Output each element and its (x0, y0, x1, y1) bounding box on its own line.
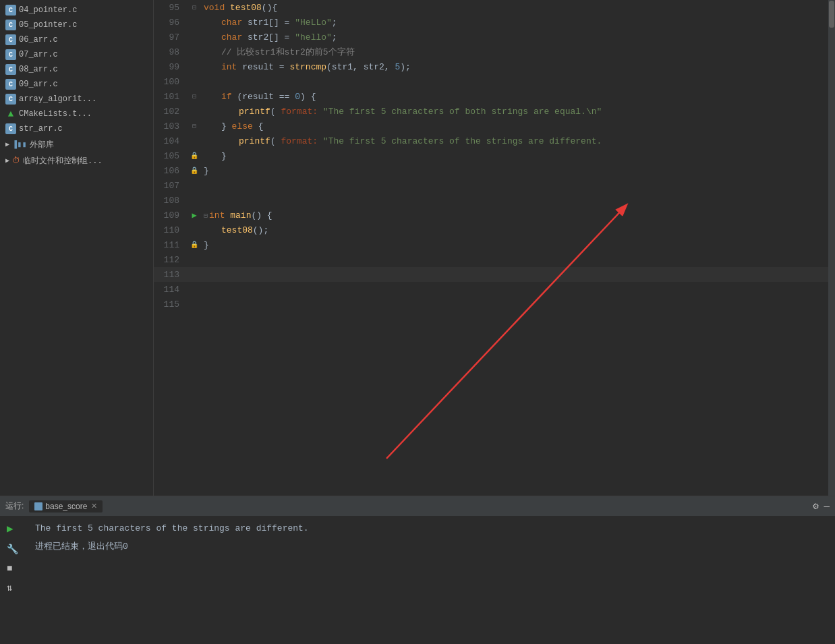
lock-icon: 🔒 (190, 152, 198, 160)
line-code (201, 297, 828, 312)
table-row: 103 ⊟ } else { (154, 119, 828, 134)
line-code: printf( format: "The first 5 characters … (201, 134, 828, 148)
line-gutter (188, 297, 201, 312)
code-content: 95 ⊟ void test08(){ 96 char str1[] = "He… (154, 0, 828, 496)
sidebar-item-06-arr[interactable]: C 06_arr.c (0, 32, 153, 47)
line-gutter (188, 15, 201, 30)
line-number: 108 (154, 193, 188, 208)
editor-area: 95 ⊟ void test08(){ 96 char str1[] = "He… (154, 0, 828, 496)
sidebar-item-cmake[interactable]: ▲ CMakeLists.t... (0, 107, 153, 121)
line-code: test08(); (201, 223, 828, 237)
line-number: 95 (154, 0, 188, 15)
c-file-icon: C (5, 79, 16, 90)
vertical-scrollbar[interactable] (828, 0, 835, 496)
sidebar-item-label: array_algorit... (19, 94, 96, 104)
close-tab-button[interactable]: ✕ (91, 502, 97, 510)
line-code: void test08(){ (201, 0, 828, 15)
line-code (201, 252, 828, 267)
panel-run-label: 运行: (5, 500, 24, 512)
table-row: 101 ⊟ if (result == 0) { (154, 89, 828, 104)
sidebar-item-09-arr[interactable]: C 09_arr.c (0, 77, 153, 92)
line-number: 113 (154, 267, 188, 282)
sidebar-item-array-algorit[interactable]: C array_algorit... (0, 92, 153, 107)
table-row: 112 (154, 252, 828, 267)
line-number: 104 (154, 134, 188, 148)
wrench-button[interactable]: 🔧 (7, 544, 18, 555)
lock-icon: 🔒 (190, 167, 198, 175)
line-number: 111 (154, 237, 188, 252)
table-row: 95 ⊟ void test08(){ (154, 0, 828, 15)
sidebar-item-04-pointer[interactable]: C 04_pointer.c (0, 3, 153, 18)
settings-button[interactable]: ⚙ (813, 500, 818, 512)
sidebar-item-05-pointer[interactable]: C 05_pointer.c (0, 18, 153, 32)
sidebar-item-str-arr[interactable]: C str_arr.c (0, 121, 153, 136)
table-row: 109 ▶ ⊟int main() { (154, 208, 828, 223)
sort-button[interactable]: ⇅ (7, 582, 18, 593)
line-gutter: ▶ (188, 208, 201, 223)
panel-tab-label: base_score (45, 502, 87, 511)
sidebar-item-07-arr[interactable]: C 07_arr.c (0, 47, 153, 62)
line-gutter (188, 74, 201, 89)
stop-button[interactable]: ■ (7, 563, 18, 574)
line-code (201, 267, 828, 282)
line-number: 109 (154, 208, 188, 223)
c-file-icon: C (5, 49, 16, 60)
sidebar-item-label: 06_arr.c (19, 35, 58, 45)
panel-icons-left: ▶ 🔧 ■ ⇅ (7, 522, 18, 593)
line-gutter (188, 223, 201, 237)
line-code: char str1[] = "HeLLo"; (201, 15, 828, 30)
line-number: 105 (154, 148, 188, 163)
panel-body: ▶ 🔧 ■ ⇅ The first 5 characters of the st… (0, 517, 835, 644)
line-number: 103 (154, 119, 188, 134)
expand-arrow-icon: ▶ (5, 140, 9, 148)
table-row: 114 (154, 282, 828, 297)
table-row: 110 test08(); (154, 223, 828, 237)
lock-icon: 🔒 (190, 241, 198, 249)
tab-file-icon (34, 502, 42, 510)
c-file-icon: C (5, 123, 16, 134)
line-gutter (188, 178, 201, 193)
line-gutter (188, 59, 201, 74)
line-number: 97 (154, 30, 188, 45)
panel-actions: ⚙ — (813, 500, 830, 512)
line-gutter (188, 193, 201, 208)
line-number: 114 (154, 282, 188, 297)
sidebar-group-temp-files[interactable]: ▶ ⏱ 临时文件和控制组... (0, 152, 153, 169)
c-file-icon: C (5, 20, 16, 30)
c-file-icon: C (5, 34, 16, 45)
output-line-1: The first 5 characters of the strings ar… (35, 522, 827, 536)
sidebar: C 04_pointer.c C 05_pointer.c C 06_arr.c… (0, 0, 154, 496)
line-code: } (201, 163, 828, 178)
code-table: 95 ⊟ void test08(){ 96 char str1[] = "He… (154, 0, 828, 312)
line-number: 96 (154, 15, 188, 30)
table-row: 113 (154, 267, 828, 282)
line-gutter (188, 104, 201, 119)
line-gutter (188, 45, 201, 59)
bar-chart-icon: ▐▮▮ (12, 140, 27, 150)
sidebar-item-08-arr[interactable]: C 08_arr.c (0, 62, 153, 77)
fold-icon: ⊟ (192, 123, 196, 130)
table-row: 104 printf( format: "The first 5 charact… (154, 134, 828, 148)
line-code (201, 282, 828, 297)
line-gutter: ⊟ (188, 119, 201, 134)
clock-icon: ⏱ (12, 156, 20, 166)
sidebar-item-label: str_arr.c (19, 124, 63, 134)
line-code: } (201, 148, 828, 163)
panel-toolbar: 运行: base_score ✕ ⚙ — (0, 496, 835, 517)
minimize-button[interactable]: — (824, 501, 830, 512)
line-gutter: ⊟ (188, 0, 201, 15)
c-file-icon: C (5, 94, 16, 105)
table-row: 96 char str1[] = "HeLLo"; (154, 15, 828, 30)
run-button[interactable]: ▶ (7, 522, 18, 535)
table-row: 98 // 比较str1和str2的前5个字符 (154, 45, 828, 59)
line-code: } (201, 237, 828, 252)
panel-tab-base-score[interactable]: base_score ✕ (29, 500, 103, 513)
line-code (201, 193, 828, 208)
line-code: // 比较str1和str2的前5个字符 (201, 45, 828, 59)
table-row: 111 🔒 } (154, 237, 828, 252)
line-code: char str2[] = "hello"; (201, 30, 828, 45)
line-gutter: ⊟ (188, 89, 201, 104)
sidebar-group-external-libs[interactable]: ▶ ▐▮▮ 外部库 (0, 136, 153, 152)
line-number: 106 (154, 163, 188, 178)
vertical-scrollbar-thumb[interactable] (829, 1, 834, 28)
